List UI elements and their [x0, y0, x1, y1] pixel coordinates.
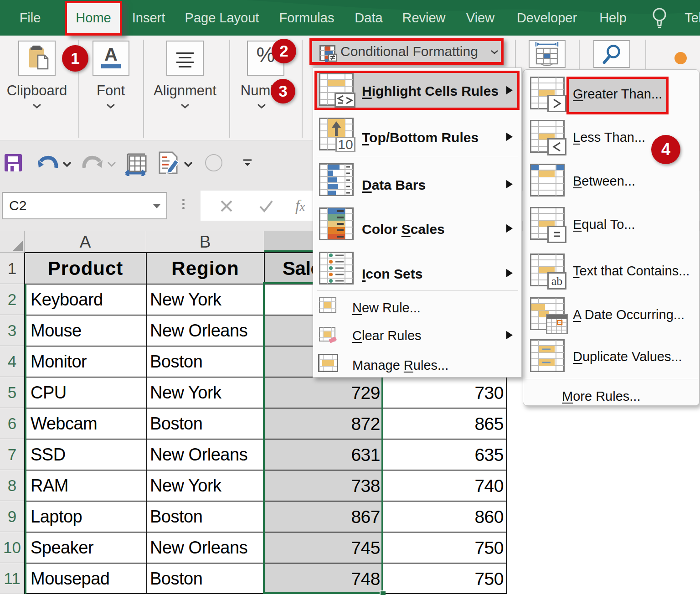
svg-text:ab: ab — [551, 274, 563, 288]
svg-text:10: 10 — [338, 137, 353, 152]
